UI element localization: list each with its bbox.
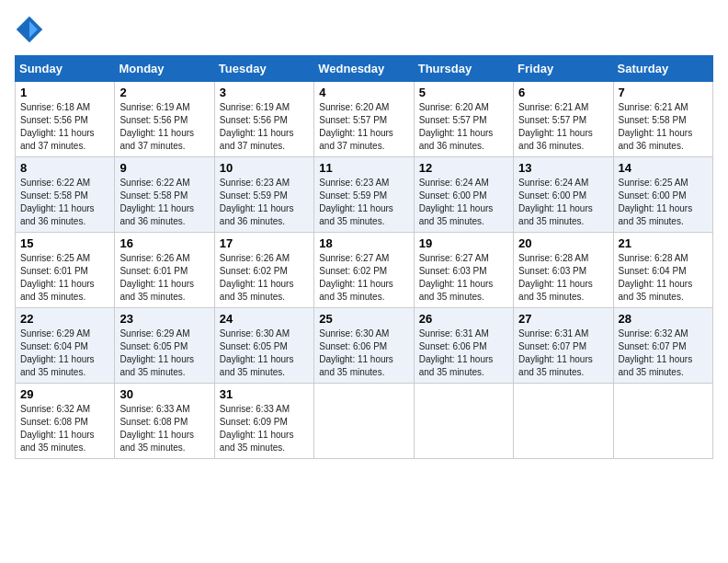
day-number: 22	[20, 312, 109, 326]
day-number: 17	[220, 236, 309, 250]
day-info: Sunrise: 6:30 AMSunset: 6:06 PMDaylight:…	[319, 328, 393, 377]
col-header-tuesday: Tuesday	[214, 56, 313, 82]
day-info: Sunrise: 6:32 AMSunset: 6:07 PMDaylight:…	[619, 328, 693, 377]
calendar-cell: 22Sunrise: 6:29 AMSunset: 6:04 PMDayligh…	[16, 308, 115, 384]
day-info: Sunrise: 6:27 AMSunset: 6:02 PMDaylight:…	[319, 253, 393, 302]
day-number: 10	[220, 161, 309, 175]
day-number: 31	[220, 387, 309, 401]
day-info: Sunrise: 6:24 AMSunset: 6:00 PMDaylight:…	[419, 178, 494, 226]
col-header-sunday: Sunday	[16, 56, 115, 82]
day-info: Sunrise: 6:31 AMSunset: 6:07 PMDaylight:…	[518, 328, 593, 377]
calendar-cell: 5Sunrise: 6:20 AMSunset: 5:57 PMDaylight…	[414, 82, 513, 157]
day-number: 19	[419, 236, 508, 250]
calendar-cell: 23Sunrise: 6:29 AMSunset: 6:05 PMDayligh…	[115, 308, 214, 384]
day-info: Sunrise: 6:28 AMSunset: 6:04 PMDaylight:…	[619, 253, 693, 302]
calendar-cell: 26Sunrise: 6:31 AMSunset: 6:06 PMDayligh…	[414, 308, 513, 384]
calendar-cell: 6Sunrise: 6:21 AMSunset: 5:57 PMDaylight…	[514, 82, 613, 157]
day-number: 23	[119, 312, 209, 326]
calendar-cell: 17Sunrise: 6:26 AMSunset: 6:02 PMDayligh…	[214, 233, 313, 308]
day-info: Sunrise: 6:33 AMSunset: 6:09 PMDaylight:…	[220, 404, 294, 453]
calendar-cell	[613, 384, 712, 459]
day-number: 14	[619, 161, 708, 175]
day-number: 5	[419, 86, 508, 99]
day-number: 3	[220, 86, 309, 99]
calendar-cell: 25Sunrise: 6:30 AMSunset: 6:06 PMDayligh…	[314, 308, 414, 384]
day-number: 2	[119, 86, 209, 99]
day-number: 20	[518, 236, 608, 250]
day-info: Sunrise: 6:32 AMSunset: 6:08 PMDaylight:…	[20, 404, 95, 453]
calendar-cell: 4Sunrise: 6:20 AMSunset: 5:57 PMDaylight…	[314, 82, 414, 157]
day-info: Sunrise: 6:20 AMSunset: 5:57 PMDaylight:…	[319, 102, 393, 151]
calendar-week-row: 1Sunrise: 6:18 AMSunset: 5:56 PMDaylight…	[16, 82, 713, 157]
day-info: Sunrise: 6:22 AMSunset: 5:58 PMDaylight:…	[119, 178, 194, 226]
col-header-friday: Friday	[514, 56, 613, 82]
calendar-cell: 31Sunrise: 6:33 AMSunset: 6:09 PMDayligh…	[214, 384, 313, 459]
calendar-cell: 9Sunrise: 6:22 AMSunset: 5:58 PMDaylight…	[115, 157, 214, 233]
calendar-cell: 3Sunrise: 6:19 AMSunset: 5:56 PMDaylight…	[214, 82, 313, 157]
calendar-week-row: 22Sunrise: 6:29 AMSunset: 6:04 PMDayligh…	[16, 308, 713, 384]
day-info: Sunrise: 6:29 AMSunset: 6:04 PMDaylight:…	[20, 328, 95, 377]
calendar-cell: 2Sunrise: 6:19 AMSunset: 5:56 PMDaylight…	[115, 82, 214, 157]
day-number: 13	[518, 161, 608, 175]
calendar-week-row: 8Sunrise: 6:22 AMSunset: 5:58 PMDaylight…	[16, 157, 713, 233]
calendar-cell: 18Sunrise: 6:27 AMSunset: 6:02 PMDayligh…	[314, 233, 414, 308]
logo-icon	[15, 15, 44, 44]
day-number: 9	[119, 161, 209, 175]
calendar-cell: 19Sunrise: 6:27 AMSunset: 6:03 PMDayligh…	[414, 233, 513, 308]
day-info: Sunrise: 6:31 AMSunset: 6:06 PMDaylight:…	[419, 328, 494, 377]
day-info: Sunrise: 6:33 AMSunset: 6:08 PMDaylight:…	[119, 404, 194, 453]
page-header	[15, 15, 713, 44]
col-header-saturday: Saturday	[613, 56, 712, 82]
day-number: 7	[619, 86, 708, 99]
calendar-cell: 27Sunrise: 6:31 AMSunset: 6:07 PMDayligh…	[514, 308, 613, 384]
calendar-cell: 16Sunrise: 6:26 AMSunset: 6:01 PMDayligh…	[115, 233, 214, 308]
day-info: Sunrise: 6:26 AMSunset: 6:01 PMDaylight:…	[119, 253, 194, 302]
day-number: 26	[419, 312, 508, 326]
day-number: 30	[119, 387, 209, 401]
calendar-table: SundayMondayTuesdayWednesdayThursdayFrid…	[15, 55, 713, 459]
calendar-cell: 30Sunrise: 6:33 AMSunset: 6:08 PMDayligh…	[115, 384, 214, 459]
calendar-cell: 12Sunrise: 6:24 AMSunset: 6:00 PMDayligh…	[414, 157, 513, 233]
col-header-wednesday: Wednesday	[314, 56, 414, 82]
day-number: 29	[20, 387, 109, 401]
day-number: 25	[319, 312, 408, 326]
day-number: 11	[319, 161, 408, 175]
day-info: Sunrise: 6:18 AMSunset: 5:56 PMDaylight:…	[20, 102, 95, 151]
calendar-cell: 15Sunrise: 6:25 AMSunset: 6:01 PMDayligh…	[16, 233, 115, 308]
day-number: 24	[220, 312, 309, 326]
day-info: Sunrise: 6:28 AMSunset: 6:03 PMDaylight:…	[518, 253, 593, 302]
day-info: Sunrise: 6:23 AMSunset: 5:59 PMDaylight:…	[319, 178, 393, 226]
calendar-cell: 1Sunrise: 6:18 AMSunset: 5:56 PMDaylight…	[16, 82, 115, 157]
calendar-cell: 20Sunrise: 6:28 AMSunset: 6:03 PMDayligh…	[514, 233, 613, 308]
day-number: 16	[119, 236, 209, 250]
day-info: Sunrise: 6:25 AMSunset: 6:01 PMDaylight:…	[20, 253, 95, 302]
calendar-cell: 24Sunrise: 6:30 AMSunset: 6:05 PMDayligh…	[214, 308, 313, 384]
day-number: 12	[419, 161, 508, 175]
day-number: 4	[319, 86, 408, 99]
day-info: Sunrise: 6:20 AMSunset: 5:57 PMDaylight:…	[419, 102, 494, 151]
day-number: 15	[20, 236, 109, 250]
day-number: 6	[518, 86, 608, 99]
day-info: Sunrise: 6:19 AMSunset: 5:56 PMDaylight:…	[220, 102, 294, 151]
calendar-week-row: 15Sunrise: 6:25 AMSunset: 6:01 PMDayligh…	[16, 233, 713, 308]
day-number: 1	[20, 86, 109, 99]
day-number: 18	[319, 236, 408, 250]
calendar-cell: 8Sunrise: 6:22 AMSunset: 5:58 PMDaylight…	[16, 157, 115, 233]
calendar-cell: 29Sunrise: 6:32 AMSunset: 6:08 PMDayligh…	[16, 384, 115, 459]
day-info: Sunrise: 6:27 AMSunset: 6:03 PMDaylight:…	[419, 253, 494, 302]
calendar-cell	[514, 384, 613, 459]
calendar-cell: 11Sunrise: 6:23 AMSunset: 5:59 PMDayligh…	[314, 157, 414, 233]
day-number: 21	[619, 236, 708, 250]
col-header-thursday: Thursday	[414, 56, 513, 82]
day-info: Sunrise: 6:21 AMSunset: 5:58 PMDaylight:…	[619, 102, 693, 151]
calendar-cell	[414, 384, 513, 459]
calendar-cell: 13Sunrise: 6:24 AMSunset: 6:00 PMDayligh…	[514, 157, 613, 233]
calendar-cell: 21Sunrise: 6:28 AMSunset: 6:04 PMDayligh…	[613, 233, 712, 308]
calendar-cell: 10Sunrise: 6:23 AMSunset: 5:59 PMDayligh…	[214, 157, 313, 233]
calendar-cell: 28Sunrise: 6:32 AMSunset: 6:07 PMDayligh…	[613, 308, 712, 384]
day-info: Sunrise: 6:25 AMSunset: 6:00 PMDaylight:…	[619, 178, 693, 226]
day-info: Sunrise: 6:24 AMSunset: 6:00 PMDaylight:…	[518, 178, 593, 226]
day-info: Sunrise: 6:30 AMSunset: 6:05 PMDaylight:…	[220, 328, 294, 377]
day-number: 28	[619, 312, 708, 326]
day-info: Sunrise: 6:21 AMSunset: 5:57 PMDaylight:…	[518, 102, 593, 151]
